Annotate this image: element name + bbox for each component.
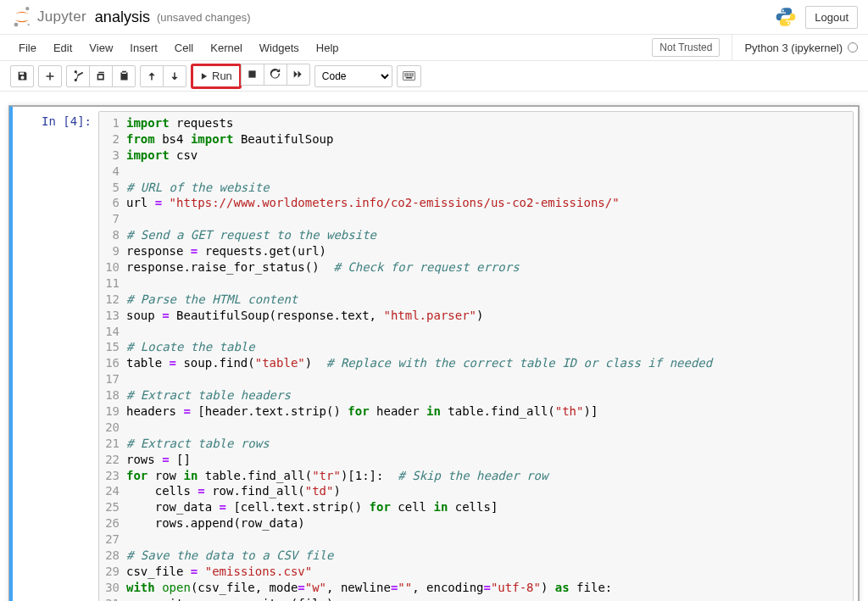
code-cell[interactable]: In [4]: 1import requests2from bs4 import… bbox=[9, 106, 859, 601]
code-text[interactable]: # Save the data to a CSV file bbox=[126, 548, 853, 564]
code-text[interactable] bbox=[126, 275, 853, 292]
interrupt-button[interactable] bbox=[241, 64, 264, 86]
code-text[interactable]: table = soup.find("table") # Replace wit… bbox=[126, 355, 853, 371]
code-text[interactable]: soup = BeautifulSoup(response.text, "htm… bbox=[126, 308, 853, 324]
code-line[interactable]: 29csv_file = "emissions.csv" bbox=[99, 564, 853, 580]
code-text[interactable]: import requests bbox=[126, 115, 853, 131]
notebook-name[interactable]: analysis bbox=[95, 8, 150, 26]
kernel-indicator[interactable]: Python 3 (ipykernel) bbox=[732, 35, 858, 60]
line-number: 23 bbox=[99, 468, 126, 484]
code-line[interactable]: 2from bs4 import BeautifulSoup bbox=[99, 131, 853, 147]
code-line[interactable]: 6url = "https://www.worldometers.info/co… bbox=[99, 195, 853, 211]
code-text[interactable]: # Locate the table bbox=[126, 339, 853, 355]
command-palette-button[interactable] bbox=[397, 65, 421, 87]
code-line[interactable]: 9response = requests.get(url) bbox=[99, 243, 853, 259]
kernel-name: Python 3 (ipykernel) bbox=[744, 42, 843, 54]
code-line[interactable]: 4 bbox=[99, 164, 853, 180]
save-button[interactable] bbox=[10, 65, 34, 87]
cut-button[interactable] bbox=[66, 65, 90, 87]
line-number: 12 bbox=[99, 292, 126, 308]
trusted-indicator[interactable]: Not Trusted bbox=[652, 38, 720, 57]
code-text[interactable]: # Extract table rows bbox=[126, 436, 853, 452]
add-cell-button[interactable] bbox=[38, 65, 62, 87]
code-text[interactable] bbox=[126, 531, 853, 548]
code-text[interactable]: for row in table.find_all("tr")[1:]: # S… bbox=[126, 468, 853, 484]
code-text[interactable]: # URL of the website bbox=[126, 180, 853, 196]
code-text[interactable]: # Parse the HTML content bbox=[126, 292, 853, 308]
code-line[interactable]: 27 bbox=[99, 531, 853, 548]
celltype-select[interactable]: Code bbox=[314, 65, 392, 87]
code-line[interactable]: 28# Save the data to a CSV file bbox=[99, 548, 853, 564]
menu-edit[interactable]: Edit bbox=[45, 36, 81, 59]
code-line[interactable]: 11 bbox=[99, 275, 853, 292]
logout-button[interactable]: Logout bbox=[805, 6, 858, 29]
code-text[interactable]: cells = row.find_all("td") bbox=[126, 483, 853, 499]
restart-run-all-button[interactable] bbox=[287, 64, 310, 86]
code-text[interactable]: # Send a GET request to the website bbox=[126, 227, 853, 243]
code-line[interactable]: 1import requests bbox=[99, 115, 853, 131]
code-line[interactable]: 3import csv bbox=[99, 147, 853, 164]
code-line[interactable]: 14 bbox=[99, 324, 853, 340]
code-line[interactable]: 19headers = [header.text.strip() for hea… bbox=[99, 403, 853, 420]
code-text[interactable]: headers = [header.text.strip() for heade… bbox=[126, 403, 853, 420]
move-up-button[interactable] bbox=[140, 65, 164, 87]
move-down-button[interactable] bbox=[163, 65, 186, 87]
code-line[interactable]: 12# Parse the HTML content bbox=[99, 292, 853, 308]
code-text[interactable] bbox=[126, 324, 853, 340]
code-line[interactable]: 13soup = BeautifulSoup(response.text, "h… bbox=[99, 308, 853, 324]
code-line[interactable]: 31 writer = csv.writer(file) bbox=[99, 596, 853, 601]
code-text[interactable]: response = requests.get(url) bbox=[126, 243, 853, 259]
code-text[interactable]: csv_file = "emissions.csv" bbox=[126, 564, 853, 580]
code-line[interactable]: 18# Extract table headers bbox=[99, 387, 853, 403]
code-line[interactable]: 25 row_data = [cell.text.strip() for cel… bbox=[99, 499, 853, 515]
code-text[interactable] bbox=[126, 164, 853, 180]
code-line[interactable]: 7 bbox=[99, 211, 853, 227]
menu-file[interactable]: File bbox=[10, 36, 45, 59]
code-text[interactable]: row_data = [cell.text.strip() for cell i… bbox=[126, 499, 853, 515]
code-line[interactable]: 26 rows.append(row_data) bbox=[99, 515, 853, 531]
code-line[interactable]: 15# Locate the table bbox=[99, 339, 853, 355]
restart-button[interactable] bbox=[264, 64, 287, 86]
menu-help[interactable]: Help bbox=[308, 36, 348, 59]
code-text[interactable]: with open(csv_file, mode="w", newline=""… bbox=[126, 580, 853, 596]
code-text[interactable] bbox=[126, 371, 853, 387]
line-number: 1 bbox=[99, 115, 126, 131]
copy-icon bbox=[96, 70, 107, 81]
copy-button[interactable] bbox=[89, 65, 113, 87]
code-line[interactable]: 30with open(csv_file, mode="w", newline=… bbox=[99, 580, 853, 596]
code-text[interactable]: url = "https://www.worldometers.info/co2… bbox=[126, 195, 853, 211]
code-line[interactable]: 10response.raise_for_status() # Check fo… bbox=[99, 259, 853, 275]
code-text[interactable]: # Extract table headers bbox=[126, 387, 853, 403]
code-text[interactable]: from bs4 import BeautifulSoup bbox=[126, 131, 853, 147]
menu-view[interactable]: View bbox=[81, 36, 121, 59]
run-button[interactable]: Run bbox=[191, 64, 242, 89]
code-line[interactable]: 8# Send a GET request to the website bbox=[99, 227, 853, 243]
code-line[interactable]: 23for row in table.find_all("tr")[1:]: #… bbox=[99, 468, 853, 484]
line-number: 20 bbox=[99, 420, 126, 436]
jupyter-logo[interactable]: Jupyter bbox=[10, 5, 86, 29]
code-text[interactable]: import csv bbox=[126, 147, 853, 164]
code-text[interactable]: rows.append(row_data) bbox=[126, 515, 853, 531]
line-number: 26 bbox=[99, 515, 126, 531]
line-number: 29 bbox=[99, 564, 126, 580]
svg-point-2 bbox=[27, 24, 30, 26]
code-line[interactable]: 17 bbox=[99, 371, 853, 387]
menu-widgets[interactable]: Widgets bbox=[251, 36, 308, 59]
line-number: 22 bbox=[99, 452, 126, 468]
menu-cell[interactable]: Cell bbox=[166, 36, 202, 59]
code-text[interactable]: writer = csv.writer(file) bbox=[126, 596, 853, 601]
code-text[interactable] bbox=[126, 211, 853, 227]
code-text[interactable]: rows = [] bbox=[126, 452, 853, 468]
code-text[interactable]: response.raise_for_status() # Check for … bbox=[126, 259, 853, 275]
code-line[interactable]: 16table = soup.find("table") # Replace w… bbox=[99, 355, 853, 371]
menu-insert[interactable]: Insert bbox=[121, 36, 166, 59]
code-line[interactable]: 24 cells = row.find_all("td") bbox=[99, 483, 853, 499]
code-line[interactable]: 20 bbox=[99, 420, 853, 436]
code-input-area[interactable]: 1import requests2from bs4 import Beautif… bbox=[98, 111, 854, 601]
code-line[interactable]: 22rows = [] bbox=[99, 452, 853, 468]
code-line[interactable]: 21# Extract table rows bbox=[99, 436, 853, 452]
code-text[interactable] bbox=[126, 420, 853, 436]
paste-button[interactable] bbox=[112, 65, 136, 87]
code-line[interactable]: 5# URL of the website bbox=[99, 180, 853, 196]
menu-kernel[interactable]: Kernel bbox=[202, 36, 251, 59]
